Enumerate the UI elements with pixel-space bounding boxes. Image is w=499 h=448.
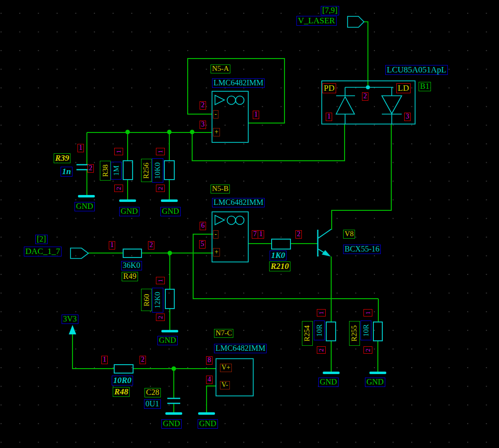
net-label-dac[interactable]: DAC_1_7 xyxy=(24,247,62,256)
r48-pin-1[interactable]: 1 xyxy=(101,356,108,364)
net-label-v-laser[interactable]: V_LASER xyxy=(296,16,337,26)
cap-r39-pin-1[interactable]: 1 xyxy=(77,144,84,152)
r60-designator[interactable]: R60 xyxy=(141,289,152,311)
r256-pin-1[interactable]: 1 xyxy=(156,148,165,155)
resistor-r210-body[interactable] xyxy=(272,239,290,249)
r49-pin-1[interactable]: 1 xyxy=(109,241,115,250)
gnd-bar[interactable] xyxy=(323,372,340,374)
sheet-ref-dac[interactable]: [2] xyxy=(35,235,48,244)
n5b-pin-5[interactable]: 5 xyxy=(199,240,206,249)
b1-part-label[interactable]: LCU85A051ApL xyxy=(385,65,448,75)
gnd-bar[interactable] xyxy=(165,412,182,415)
n5b-part-label[interactable]: LMC6482IMM xyxy=(212,198,265,207)
n7c-part-label[interactable]: LMC6482IMM xyxy=(214,344,267,353)
gnd-bar[interactable] xyxy=(369,372,386,374)
gnd-bar[interactable] xyxy=(198,412,215,415)
resistor-r256-body[interactable] xyxy=(164,161,174,180)
power-label-3v3[interactable]: 3V3 xyxy=(62,315,78,324)
r256-pin-2[interactable]: 2 xyxy=(156,185,165,192)
r210-value[interactable]: 1K0 xyxy=(270,251,286,260)
gnd-bar[interactable] xyxy=(119,199,136,202)
n5a-part-label[interactable]: LMC6482IMM xyxy=(212,78,265,88)
r60-value[interactable]: 12K0 xyxy=(152,288,163,313)
b1-pd-label[interactable]: PD xyxy=(322,83,336,93)
b1-designator[interactable]: B1 xyxy=(419,82,431,91)
wire-n7c-pin4-gnd[interactable] xyxy=(207,386,216,413)
gnd-bar[interactable] xyxy=(161,330,178,332)
r48-pin-2[interactable]: 2 xyxy=(140,356,146,364)
r210-pin-1[interactable]: 1 xyxy=(258,230,264,239)
r210-pin-2[interactable]: 2 xyxy=(295,230,302,239)
gnd-label[interactable]: GND xyxy=(198,419,218,429)
n7c-pin-8[interactable]: 8 xyxy=(206,356,213,365)
resistor-r38-body[interactable] xyxy=(123,161,133,180)
r39-designator[interactable]: R39 xyxy=(54,153,71,163)
b1-pin-1[interactable]: 1 xyxy=(326,113,332,121)
r48-value[interactable]: 10R0 xyxy=(112,376,133,385)
r38-value[interactable]: 1M xyxy=(111,162,122,180)
r255-designator[interactable]: R255 xyxy=(349,321,360,346)
gnd-label[interactable]: GND xyxy=(365,378,385,387)
sheet-ref-v-laser[interactable]: [7,9] xyxy=(321,6,339,15)
gnd-label[interactable]: GND xyxy=(74,202,95,211)
r210-designator[interactable]: R210 xyxy=(269,261,290,271)
n5b-designator[interactable]: N5-B xyxy=(211,185,230,193)
r254-pin-1[interactable]: 1 xyxy=(317,309,326,317)
n5a-pin-2[interactable]: 2 xyxy=(200,101,206,110)
n5a-designator[interactable]: N5-A xyxy=(211,64,230,73)
cap-r39-pin-2[interactable]: 2 xyxy=(87,164,94,173)
r60-pin-1[interactable]: 1 xyxy=(156,277,165,284)
r256-value[interactable]: 10K0 xyxy=(152,158,163,183)
resistor-r60-body[interactable] xyxy=(165,289,174,309)
n5a-pin-3[interactable]: 3 xyxy=(200,121,206,129)
gnd-label[interactable]: GND xyxy=(160,207,181,216)
r49-designator[interactable]: R49 xyxy=(122,272,138,281)
n5b-pin-6[interactable]: 6 xyxy=(200,222,206,230)
c28-designator[interactable]: C28 xyxy=(144,388,161,397)
resistor-r49-body[interactable] xyxy=(123,249,142,257)
r49-value[interactable]: 36K0 xyxy=(121,261,142,270)
resistor-r48-body[interactable] xyxy=(114,365,133,373)
capacitor-r39-body[interactable] xyxy=(76,165,88,170)
gnd-label[interactable]: GND xyxy=(157,336,178,345)
r255-pin-1[interactable]: 1 xyxy=(363,309,372,317)
gnd-label[interactable]: GND xyxy=(318,378,339,387)
r49-pin-2[interactable]: 2 xyxy=(148,241,154,250)
port-dac-symbol[interactable] xyxy=(71,248,88,258)
resistor-r255-body[interactable] xyxy=(373,322,382,341)
c28-value[interactable]: 0U1 xyxy=(144,399,161,409)
r39-value[interactable]: 1n xyxy=(61,167,72,177)
r48-designator[interactable]: R48 xyxy=(113,387,130,397)
r255-pin-2[interactable]: 2 xyxy=(363,346,372,354)
n7c-pin-4[interactable]: 4 xyxy=(206,376,213,384)
gnd-label[interactable]: GND xyxy=(119,207,140,216)
gnd-bar[interactable] xyxy=(161,199,178,202)
r38-pin-1[interactable]: 1 xyxy=(114,148,123,155)
capacitor-c28-body[interactable] xyxy=(167,398,180,403)
wire-v-laser[interactable] xyxy=(364,22,368,85)
power-3v3-arrow-icon[interactable] xyxy=(69,325,76,334)
r256-designator[interactable]: R256 xyxy=(141,159,152,182)
v8-designator[interactable]: V8 xyxy=(343,230,355,239)
r38-designator[interactable]: R38 xyxy=(100,161,111,181)
port-v-laser-symbol[interactable] xyxy=(348,16,364,27)
r254-pin-2[interactable]: 2 xyxy=(317,346,326,354)
r255-value[interactable]: 10R xyxy=(360,320,371,340)
r60-pin-2[interactable]: 2 xyxy=(156,314,165,321)
component-v8-body[interactable] xyxy=(318,229,331,256)
resistor-r254-body[interactable] xyxy=(326,322,336,341)
b1-pin-3[interactable]: 3 xyxy=(404,113,411,121)
wire-ld-to-collector[interactable] xyxy=(332,124,391,230)
wire-n5a-feedback[interactable] xyxy=(188,59,285,123)
wire-3v3-to-r48[interactable] xyxy=(72,334,114,369)
n7c-designator[interactable]: N7-C xyxy=(214,329,233,338)
b1-pin-2[interactable]: 2 xyxy=(362,92,368,101)
v8-part-label[interactable]: BCX55-16 xyxy=(343,245,381,254)
r254-designator[interactable]: R254 xyxy=(302,321,313,346)
gnd-bar[interactable] xyxy=(78,195,95,197)
r254-value[interactable]: 10R xyxy=(314,320,325,340)
b1-ld-label[interactable]: LD xyxy=(396,83,411,93)
n5a-pin-1[interactable]: 1 xyxy=(253,111,259,119)
r38-pin-2[interactable]: 2 xyxy=(114,185,123,192)
gnd-label[interactable]: GND xyxy=(161,419,182,429)
